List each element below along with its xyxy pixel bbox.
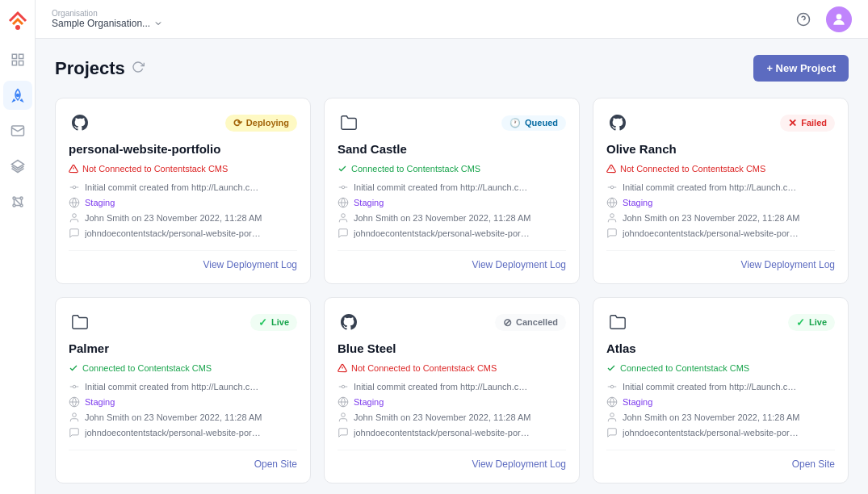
sidebar-item-inbox[interactable] — [3, 116, 32, 145]
svg-point-0 — [15, 25, 20, 30]
svg-point-41 — [610, 214, 614, 218]
svg-line-16 — [15, 199, 20, 204]
commit-row: Initial commit created from http://Launc… — [338, 182, 566, 193]
repo-row: johndoecontentstack/personal-website-por… — [69, 228, 297, 239]
svg-point-8 — [13, 197, 15, 199]
env-row: Staging — [69, 197, 297, 208]
commit-icon — [338, 182, 349, 193]
svg-point-50 — [342, 385, 345, 388]
globe-icon — [606, 197, 618, 208]
card-title: Atlas — [606, 341, 835, 355]
globe-icon — [606, 396, 618, 408]
svg-point-28 — [342, 186, 345, 189]
globe-icon — [338, 197, 349, 208]
repo-text: johndoecontentstack/personal-website-por… — [354, 228, 531, 238]
refresh-icon[interactable] — [132, 61, 145, 76]
commit-text: Initial commit created from http://Launc… — [85, 182, 262, 192]
card-action-link[interactable]: View Deployment Log — [740, 259, 835, 270]
sidebar-item-layers[interactable] — [3, 152, 32, 181]
status-badge: ⟳ Deploying — [225, 115, 297, 132]
env-text: Staging — [623, 397, 652, 407]
env-text: Staging — [85, 397, 115, 407]
commit-text: Initial commit created from http://Launc… — [623, 182, 800, 192]
globe-icon — [69, 197, 80, 208]
env-row: Staging — [69, 396, 297, 408]
org-selector[interactable]: Sample Organisation... — [52, 18, 163, 29]
cms-label: Connected to Contentstack CMS — [351, 164, 480, 174]
status-badge: ⊘ Cancelled — [495, 314, 566, 331]
page-title: Projects — [55, 58, 125, 79]
help-icon — [796, 12, 811, 27]
card-action-link[interactable]: View Deployment Log — [203, 259, 297, 270]
svg-rect-4 — [19, 61, 23, 65]
commit-icon — [69, 381, 80, 392]
user-text: John Smith on 23 November 2022, 11:28 AM — [623, 412, 800, 422]
page-area: Projects + New Project ⟳ — [36, 39, 868, 494]
chat-icon — [338, 228, 349, 239]
help-button[interactable] — [790, 6, 816, 32]
repo-row: johndoecontentstack/personal-website-por… — [338, 427, 566, 438]
commit-icon — [338, 381, 349, 392]
card-action-link[interactable]: View Deployment Log — [472, 259, 566, 270]
sidebar-item-grid[interactable] — [3, 45, 32, 74]
svg-point-56 — [610, 385, 614, 388]
user-row: John Smith on 23 November 2022, 11:28 AM — [606, 412, 835, 423]
project-card-blue-steel: ⊘ Cancelled Blue Steel Not Connected to … — [324, 297, 580, 484]
sidebar-item-launch[interactable] — [3, 81, 32, 110]
chevron-down-icon — [153, 19, 163, 28]
chat-icon — [606, 427, 618, 438]
svg-point-19 — [837, 14, 842, 19]
repo-text: johndoecontentstack/personal-website-por… — [354, 428, 531, 437]
commit-text: Initial commit created from http://Launc… — [354, 382, 531, 391]
svg-point-10 — [13, 204, 15, 207]
repo-text: johndoecontentstack/personal-website-por… — [85, 428, 262, 437]
commit-row: Initial commit created from http://Launc… — [606, 381, 835, 392]
cms-status: Not Connected to Contentstack CMS — [338, 363, 566, 373]
user-avatar[interactable] — [826, 6, 852, 32]
status-label: Cancelled — [516, 317, 558, 327]
env-row: Staging — [606, 396, 835, 408]
user-row: John Smith on 23 November 2022, 11:28 AM — [338, 212, 566, 224]
svg-point-61 — [610, 413, 614, 417]
card-title: Palmer — [69, 341, 297, 355]
card-header: ✓ Live — [606, 311, 835, 333]
svg-rect-3 — [12, 61, 16, 65]
card-action-link[interactable]: Open Site — [254, 458, 297, 470]
user-text: John Smith on 23 November 2022, 11:28 AM — [623, 213, 800, 223]
card-meta: Initial commit created from http://Launc… — [338, 182, 566, 239]
sidebar — [0, 0, 36, 494]
env-row: Staging — [338, 197, 566, 208]
svg-point-55 — [342, 413, 346, 417]
user-text: John Smith on 23 November 2022, 11:28 AM — [85, 412, 262, 422]
status-badge: ✓ Live — [250, 314, 297, 331]
cms-status: Connected to Contentstack CMS — [606, 363, 835, 373]
card-footer: View Deployment Log — [338, 250, 566, 270]
commit-icon — [69, 182, 80, 193]
project-card-atlas: ✓ Live Atlas Connected to Contentstack C… — [593, 297, 849, 484]
card-header: 🕐 Queued — [338, 111, 566, 134]
cms-status: Not Connected to Contentstack CMS — [69, 164, 297, 174]
user-text: John Smith on 23 November 2022, 11:28 AM — [354, 412, 531, 422]
new-project-button[interactable]: + New Project — [753, 55, 849, 82]
cms-status: Connected to Contentstack CMS — [69, 363, 297, 373]
cms-status: Not Connected to Contentstack CMS — [606, 164, 835, 174]
card-action-link[interactable]: Open Site — [792, 458, 835, 470]
sidebar-item-connections[interactable] — [3, 187, 32, 216]
user-icon — [338, 412, 349, 423]
user-icon — [606, 212, 618, 224]
chat-icon — [338, 427, 349, 438]
svg-point-33 — [342, 214, 346, 218]
svg-rect-2 — [19, 54, 23, 58]
chat-icon — [69, 228, 80, 239]
user-text: John Smith on 23 November 2022, 11:28 AM — [354, 213, 531, 223]
card-action-link[interactable]: View Deployment Log — [472, 458, 566, 470]
commit-row: Initial commit created from http://Launc… — [338, 381, 566, 392]
project-card-sand-castle: 🕐 Queued Sand Castle Connected to Conten… — [324, 98, 580, 284]
repo-text: johndoecontentstack/personal-website-por… — [623, 228, 800, 238]
page-header: Projects + New Project — [55, 55, 849, 82]
app-logo[interactable] — [6, 10, 29, 32]
card-header: ⊘ Cancelled — [338, 311, 566, 333]
repo-row: johndoecontentstack/personal-website-por… — [69, 427, 297, 438]
status-label: Failed — [801, 118, 827, 128]
env-text: Staging — [354, 198, 384, 207]
